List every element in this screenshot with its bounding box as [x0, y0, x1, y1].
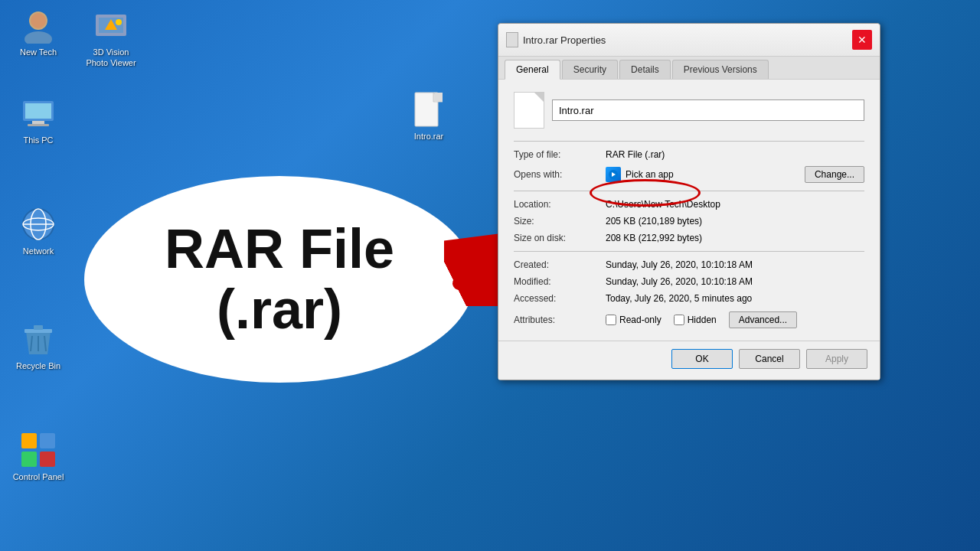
tab-general[interactable]: General [505, 60, 560, 80]
thispc-label: This PC [23, 135, 53, 145]
modified-value: Sunday, July 26, 2020, 10:10:18 AM [606, 276, 864, 287]
svg-point-1 [31, 13, 46, 28]
accessed-label: Accessed: [514, 293, 606, 304]
controlpanel-label: Control Panel [13, 471, 64, 482]
dialog-title-left: Intro.rar Properties [506, 32, 606, 47]
desktop-icon-newtech[interactable]: New Tech [8, 4, 69, 60]
svg-rect-13 [435, 93, 443, 102]
size-value: 205 KB (210,189 bytes) [606, 216, 864, 227]
dialog-titlebar: Intro.rar Properties ✕ [498, 24, 880, 57]
accessed-row: Accessed: Today, July 26, 2020, 5 minute… [514, 293, 864, 304]
modified-row: Modified: Sunday, July 26, 2020, 10:10:1… [514, 276, 864, 287]
svg-rect-25 [40, 433, 55, 448]
desktop-icon-controlpanel[interactable]: Control Panel [8, 429, 69, 485]
3dvision-icon-image [93, 7, 129, 44]
change-button[interactable]: Change... [805, 166, 864, 183]
location-value: C:\Users\New Tech\Desktop [606, 199, 864, 210]
tab-details[interactable]: Details [619, 60, 671, 79]
attributes-checkboxes: Read-only Hidden Advanced... [606, 311, 864, 328]
dialog-close-button[interactable]: ✕ [852, 30, 872, 50]
opens-with-label: Opens with: [514, 169, 606, 180]
dialog-buttons: OK Cancel Apply [498, 341, 880, 380]
desktop-icon-thispc[interactable]: This PC [8, 92, 69, 148]
type-of-file-label: Type of file: [514, 149, 606, 160]
pick-app-label: Pick an app [626, 169, 674, 180]
svg-rect-10 [28, 124, 49, 126]
cancel-button[interactable]: Cancel [739, 349, 800, 369]
hidden-checkbox[interactable] [674, 315, 684, 325]
svg-rect-26 [21, 452, 37, 467]
dialog-title-file-icon [506, 32, 518, 47]
properties-dialog: Intro.rar Properties ✕ General Security … [498, 23, 880, 380]
dialog-title-text: Intro.rar Properties [523, 34, 606, 46]
readonly-attr[interactable]: Read-only [606, 315, 662, 325]
controlpanel-icon-image [20, 432, 57, 468]
desktop-icon-introrar[interactable]: Intro.rar [398, 88, 459, 145]
introrar-icon-image [410, 91, 447, 128]
size-on-disk-value: 208 KB (212,992 bytes) [606, 233, 864, 243]
dialog-content: Type of file: RAR File (.rar) Opens with… [498, 80, 880, 341]
svg-point-2 [24, 31, 52, 44]
svg-point-6 [116, 19, 122, 25]
file-type-section: Type of file: RAR File (.rar) Opens with… [514, 141, 864, 183]
type-of-file-value: RAR File (.rar) [606, 149, 864, 160]
readonly-label: Read-only [619, 315, 662, 325]
introrar-label: Intro.rar [414, 131, 444, 142]
rar-file-annotation: RAR File (.rar) [84, 176, 475, 383]
annotation-line1: RAR File [165, 219, 394, 279]
svg-rect-20 [34, 325, 43, 330]
desktop-icon-3dvision[interactable]: 3D VisionPhoto Viewer [80, 4, 142, 72]
attributes-row: Attributes: Read-only Hidden Advanced... [514, 311, 864, 328]
newtech-icon-image [20, 7, 57, 44]
annotation-line2: (.rar) [217, 279, 342, 340]
type-of-file-row: Type of file: RAR File (.rar) [514, 149, 864, 160]
dates-section: Created: Sunday, July 26, 2020, 10:10:18… [514, 251, 864, 304]
newtech-label: New Tech [20, 47, 57, 57]
size-row: Size: 205 KB (210,189 bytes) [514, 216, 864, 227]
ok-button[interactable]: OK [671, 349, 733, 369]
created-value: Sunday, July 26, 2020, 10:10:18 AM [606, 259, 864, 270]
thispc-icon-image [20, 95, 57, 132]
dialog-tabs: General Security Details Previous Versio… [498, 57, 880, 80]
apply-button[interactable]: Apply [806, 349, 867, 369]
location-label: Location: [514, 199, 606, 210]
recyclebin-label: Recycle Bin [16, 360, 60, 371]
hidden-label: Hidden [688, 315, 717, 325]
size-on-disk-label: Size on disk: [514, 233, 606, 243]
filename-row [514, 92, 864, 129]
svg-rect-24 [21, 433, 37, 448]
recyclebin-icon-image [20, 321, 57, 357]
filename-input[interactable] [552, 99, 864, 121]
pick-app-icon [606, 167, 621, 182]
tab-security[interactable]: Security [562, 60, 618, 79]
tab-previous-versions[interactable]: Previous Versions [672, 60, 769, 79]
file-large-icon [514, 92, 544, 129]
network-icon-image [20, 206, 57, 243]
created-row: Created: Sunday, July 26, 2020, 10:10:18… [514, 259, 864, 270]
desktop-icon-recyclebin[interactable]: Recycle Bin [8, 318, 69, 374]
3dvision-label: 3D VisionPhoto Viewer [86, 47, 136, 69]
opens-with-row: Opens with: Pick an app Change... [514, 166, 864, 183]
attributes-label: Attributes: [514, 315, 606, 325]
advanced-button[interactable]: Advanced... [729, 311, 797, 328]
network-label: Network [23, 246, 54, 256]
accessed-value: Today, July 26, 2020, 5 minutes ago [606, 293, 864, 304]
modified-label: Modified: [514, 276, 606, 287]
size-on-disk-row: Size on disk: 208 KB (212,992 bytes) [514, 233, 864, 243]
size-label: Size: [514, 216, 606, 227]
location-section: Location: C:\Users\New Tech\Desktop Size… [514, 191, 864, 243]
desktop-icon-network[interactable]: Network [8, 203, 69, 259]
location-row: Location: C:\Users\New Tech\Desktop [514, 199, 864, 210]
readonly-checkbox[interactable] [606, 315, 616, 325]
svg-rect-9 [32, 121, 44, 124]
created-label: Created: [514, 259, 606, 270]
svg-rect-8 [25, 103, 51, 119]
hidden-attr[interactable]: Hidden [674, 315, 717, 325]
opens-with-app: Pick an app [606, 167, 805, 182]
svg-rect-27 [40, 452, 55, 467]
